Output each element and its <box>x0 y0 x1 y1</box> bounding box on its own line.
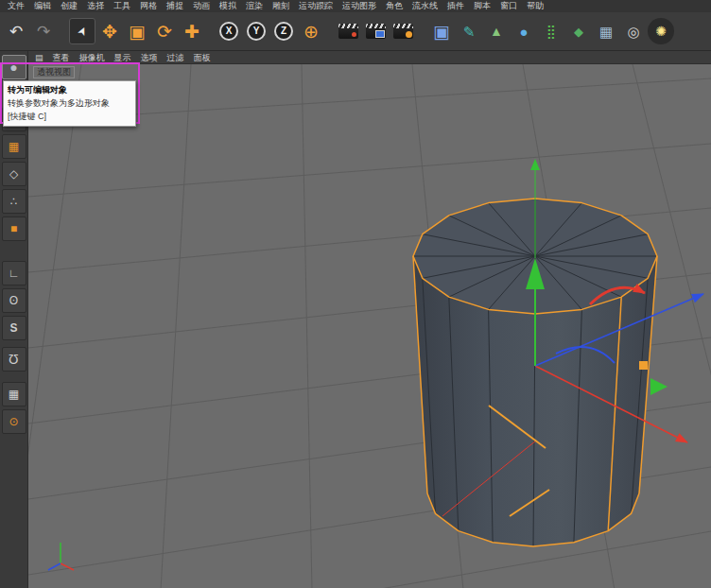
main-toolbar: ↶ ↷ ➤ ✥ ▣ ⟳ ✚ <box>0 12 711 51</box>
render-picture-viewer-icon[interactable] <box>362 18 389 44</box>
texture-mode-icon[interactable]: ▦ <box>2 134 26 159</box>
array-grid-icon[interactable]: ▦ <box>593 18 619 44</box>
plane-handle[interactable] <box>650 378 668 395</box>
viewport-solo-icon[interactable]: ʘ <box>2 288 26 313</box>
menu-help[interactable]: 帮助 <box>522 0 548 12</box>
snap-s-icon[interactable]: S <box>2 316 26 340</box>
undo-icon[interactable]: ↶ <box>3 18 29 44</box>
quantize-grid-icon[interactable]: ▦ <box>2 382 26 406</box>
light-icon[interactable]: ✺ <box>648 18 674 44</box>
menu-script[interactable]: 脚本 <box>469 0 495 12</box>
axis-handle[interactable] <box>639 361 648 370</box>
volume-icon[interactable]: ● <box>511 18 537 44</box>
viewport-layout-icon[interactable]: ▤ <box>30 51 48 64</box>
rotate-tool-icon[interactable]: ⟳ <box>151 18 178 44</box>
menu-edit[interactable]: 编辑 <box>29 0 56 12</box>
simulate-icon[interactable]: ◆ <box>565 18 592 44</box>
menu-mesh[interactable]: 网格 <box>135 0 162 12</box>
menu-tools[interactable]: 工具 <box>109 0 135 12</box>
menu-plugins[interactable]: 插件 <box>442 0 469 12</box>
magnet-snap-icon[interactable]: Ω <box>2 347 26 372</box>
menu-animate[interactable]: 动画 <box>188 0 215 12</box>
add-cube-icon[interactable]: ▣ <box>428 18 455 44</box>
c4d-window: 文件编辑创建选择工具网格捕捉动画模拟渲染雕刻运动跟踪运动图形角色流水线插件脚本窗… <box>0 0 711 588</box>
menu-character[interactable]: 角色 <box>381 0 408 12</box>
lock-y-axis-icon[interactable]: Y <box>243 18 269 44</box>
vmenu-options[interactable]: 选项 <box>136 51 163 64</box>
move-tool-icon[interactable]: ✥ <box>96 18 123 44</box>
lock-z-axis-icon[interactable]: Z <box>270 18 297 44</box>
tooltip: 转为可编辑对象 转换参数对象为多边形对象 [快捷键 C] <box>3 80 136 127</box>
menu-select[interactable]: 选择 <box>82 0 109 12</box>
workplane-mode-icon[interactable]: ◇ <box>2 162 26 186</box>
points-mode-icon[interactable]: ∴ <box>2 189 26 214</box>
viewport-menubar: ▤查看摄像机显示选项过滤面板 <box>28 51 711 64</box>
scale-tool-icon[interactable]: ▣ <box>124 18 150 44</box>
vmenu-view[interactable]: 查看 <box>48 51 75 64</box>
mograph-icon[interactable]: ⣿ <box>538 18 564 44</box>
vmenu-filter[interactable]: 过滤 <box>163 51 189 64</box>
world-axis-indicator <box>48 543 74 570</box>
vmenu-panel[interactable]: 面板 <box>189 51 216 64</box>
convert-editable-icon[interactable]: ● <box>2 55 26 79</box>
menu-simulate[interactable]: 模拟 <box>215 0 241 12</box>
menu-create[interactable]: 创建 <box>56 0 82 12</box>
tooltip-shortcut: [快捷键 C] <box>8 111 131 123</box>
last-tool-icon[interactable]: ✚ <box>179 18 205 44</box>
polygons-mode-icon[interactable]: ■ <box>2 216 26 241</box>
viewport-canvas[interactable] <box>28 64 711 588</box>
vmenu-cameras[interactable]: 摄像机 <box>75 51 110 64</box>
workplane-lock-icon[interactable]: ⊙ <box>2 409 26 434</box>
vmenu-display[interactable]: 显示 <box>110 51 136 64</box>
menu-window[interactable]: 窗口 <box>495 0 522 12</box>
lock-x-axis-icon[interactable]: X <box>216 18 242 44</box>
coord-system-icon[interactable]: ⊕ <box>298 18 324 44</box>
menu-pipeline[interactable]: 流水线 <box>408 0 442 12</box>
render-settings-icon[interactable] <box>390 18 416 44</box>
menu-snap[interactable]: 捕捉 <box>162 0 188 12</box>
redo-icon[interactable]: ↷ <box>30 18 57 44</box>
menu-sculpt[interactable]: 雕刻 <box>268 0 294 12</box>
camera-icon[interactable]: ◎ <box>620 18 647 44</box>
tooltip-title: 转为可编辑对象 <box>8 84 131 96</box>
left-toolbar: ● □ ▦ ◇ ∴ ■ ∟ <box>0 51 28 588</box>
viewport-label[interactable]: 透视视图 <box>33 66 75 78</box>
live-selection-icon[interactable]: ➤ <box>69 18 95 44</box>
menu-render[interactable]: 渲染 <box>241 0 268 12</box>
spline-pen-icon[interactable]: ✎ <box>456 18 482 44</box>
menu-mograph[interactable]: 运动图形 <box>338 0 381 12</box>
tooltip-description: 转换参数对象为多边形对象 <box>8 98 131 109</box>
menu-motion-tracker[interactable]: 运动跟踪 <box>294 0 338 12</box>
menubar: 文件编辑创建选择工具网格捕捉动画模拟渲染雕刻运动跟踪运动图形角色流水线插件脚本窗… <box>0 0 711 12</box>
generator-icon[interactable]: ▲ <box>483 18 510 44</box>
render-view-icon[interactable] <box>335 18 361 44</box>
menu-file[interactable]: 文件 <box>3 0 29 12</box>
axis-mode-icon[interactable]: ∟ <box>2 261 26 285</box>
